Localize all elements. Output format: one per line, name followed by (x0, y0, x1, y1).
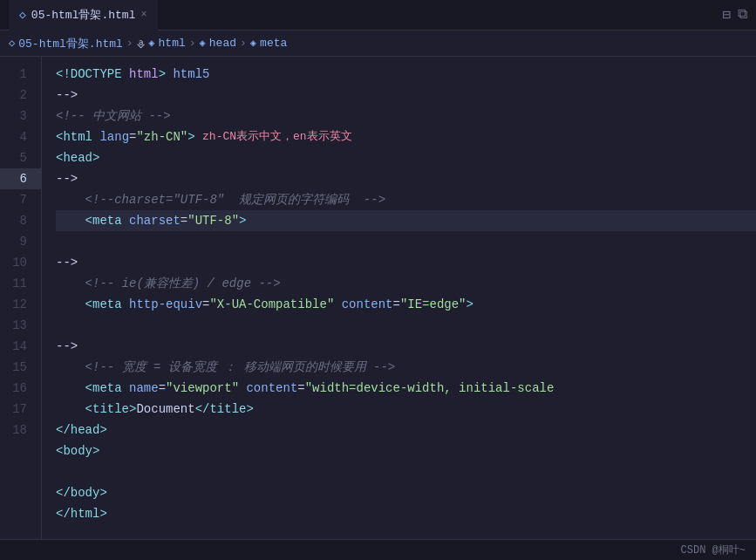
breadcrumb-item-html[interactable]: ◈ html (148, 37, 185, 50)
line-num-14: 14 (0, 336, 41, 357)
tab-close-button[interactable]: × (140, 9, 146, 21)
line-num-7: 7 (0, 189, 41, 210)
title-bar: ◇ 05-html骨架.html × ⊟ ⧉ (0, 0, 756, 31)
line-num-3: 3 (0, 106, 41, 126)
line-num-17: 17 (0, 399, 41, 420)
editor-tab[interactable]: ◇ 05-html骨架.html × (9, 0, 158, 31)
code-line-8: <!-- ie(兼容性差) / edge --> (56, 273, 756, 294)
line-num-12: 12 (0, 294, 41, 315)
line-num-8: 8 (0, 210, 41, 231)
status-bar: CSDN @桐叶~ (0, 539, 756, 560)
code-content[interactable]: <!DOCTYPE html> html5 --> <!-- 中文网站 --> … (42, 57, 756, 539)
code-line-16 (56, 461, 756, 482)
line-num-9: 9 (0, 231, 41, 252)
code-line-9: <meta http-equiv="X-UA-Compatible" conte… (56, 294, 756, 315)
status-text: CSDN @桐叶~ (681, 543, 746, 557)
breadcrumb-label-meta: meta (260, 37, 287, 50)
maximize-icon[interactable]: ⧉ (738, 6, 747, 24)
line-num-16: 16 (0, 378, 41, 399)
code-line-5: <!--charset="UTF-8" 规定网页的字符编码 --> (56, 189, 756, 210)
breadcrumb-label-file: 05-html骨架.html (18, 36, 123, 51)
code-line-4: <head> (56, 147, 756, 168)
breadcrumb-item-meta[interactable]: ◈ meta (250, 37, 287, 50)
breadcrumb-sep-3: › (240, 37, 247, 50)
code-line-3: <html lang="zh-CN"> zh-CN表示中文，en表示英文 (56, 126, 756, 147)
code-line-13: <title>Document</title> (56, 399, 756, 420)
line-num-11: 11 (0, 273, 41, 294)
file-breadcrumb-icon: ◇ (9, 37, 15, 50)
html-breadcrumb-icon: ◈ (148, 37, 154, 50)
file-icon: ◇ (19, 8, 26, 22)
breadcrumb-sep-2: › (189, 37, 196, 50)
code-line-1: <!DOCTYPE html> html5 (56, 64, 756, 85)
breadcrumb-label-head: head (209, 37, 236, 50)
line-num-4: 4 (0, 126, 41, 147)
line-num-18: 18 (0, 420, 41, 440)
code-line-7 (56, 231, 756, 252)
code-line-11: <!-- 宽度 = 设备宽度 ： 移动端网页的时候要用 --> (56, 357, 756, 378)
breadcrumb-item-head[interactable]: ◈ head (200, 37, 236, 50)
line-num-6: 6 (0, 168, 41, 189)
code-line-18: </html> (56, 503, 756, 524)
breadcrumb-label-html: html (159, 37, 186, 50)
code-line-12: <meta name="viewport" content="width=dev… (56, 378, 756, 399)
cursor-icon: ⎀ (137, 35, 146, 52)
code-line-6: <meta charset="UTF-8"> (56, 210, 756, 231)
line-numbers: 1 2 3 4 5 6 7 8 9 10 11 12 13 14 15 16 1… (0, 57, 42, 539)
head-breadcrumb-icon: ◈ (200, 37, 206, 50)
line-num-10: 10 (0, 252, 41, 273)
tab-filename: 05-html骨架.html (31, 7, 136, 23)
code-line-10 (56, 315, 756, 336)
breadcrumb-sep-1: › (126, 37, 133, 50)
line-num-15: 15 (0, 357, 41, 378)
line-num-2: 2 (0, 85, 41, 106)
line-num-1: 1 (0, 64, 41, 85)
minimize-icon[interactable]: ⊟ (722, 6, 731, 24)
code-editor: 1 2 3 4 5 6 7 8 9 10 11 12 13 14 15 16 1… (0, 57, 756, 539)
code-line-14: </head> (56, 420, 756, 440)
line-num-5: 5 (0, 147, 41, 168)
breadcrumb-item-file[interactable]: ◇ 05-html骨架.html (9, 36, 123, 51)
code-line-17: </body> (56, 482, 756, 503)
code-line-15: <body> (56, 440, 756, 461)
line-num-13: 13 (0, 315, 41, 336)
window-controls: ⊟ ⧉ (722, 6, 747, 24)
code-line-2: <!-- 中文网站 --> (56, 106, 756, 126)
meta-breadcrumb-icon: ◈ (250, 37, 256, 50)
breadcrumb: ◇ 05-html骨架.html › ⎀ ◈ html › ◈ head › ◈… (0, 31, 756, 57)
